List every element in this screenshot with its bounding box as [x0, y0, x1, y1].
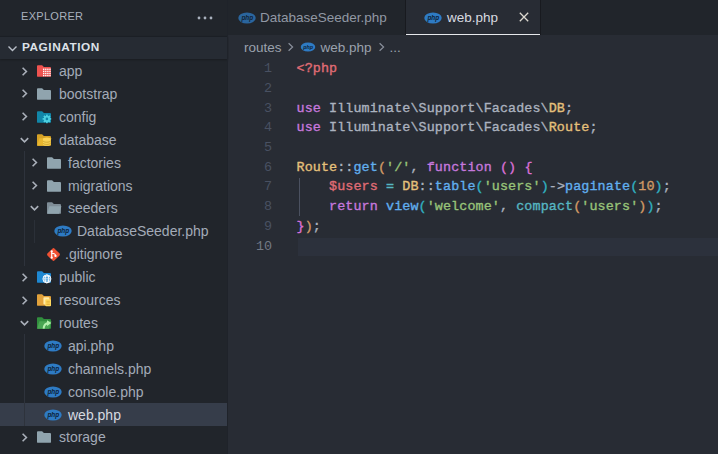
- svg-text:php: php: [240, 14, 253, 22]
- svg-text:php: php: [46, 388, 59, 396]
- svg-text:php: php: [302, 44, 314, 50]
- svg-text:php: php: [46, 365, 59, 373]
- svg-text:php: php: [56, 228, 69, 236]
- svg-text:php: php: [46, 342, 59, 350]
- svg-text:php: php: [426, 14, 439, 22]
- svg-text:php: php: [46, 411, 59, 419]
